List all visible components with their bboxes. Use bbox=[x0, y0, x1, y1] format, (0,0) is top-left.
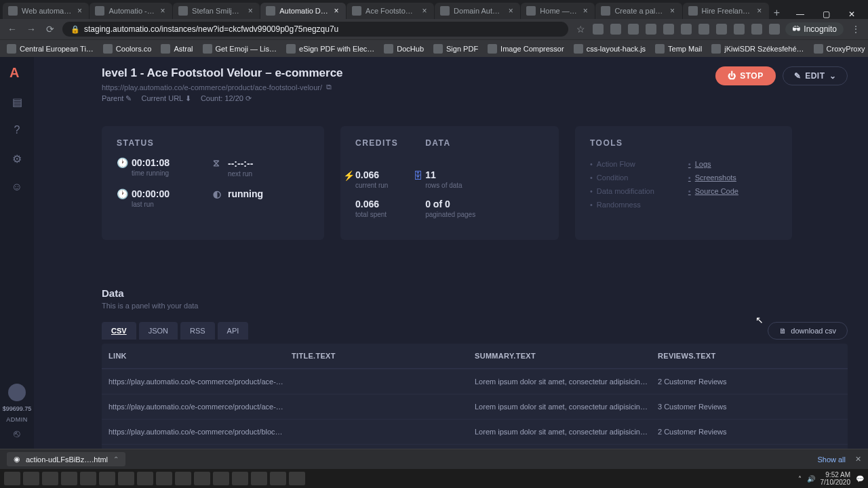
tray-chevron-icon[interactable]: ˄ bbox=[798, 475, 802, 483]
bookmark-item[interactable]: Central European Ti… bbox=[7, 44, 94, 54]
team-icon[interactable]: ☺ bbox=[10, 180, 24, 194]
forward-icon[interactable]: → bbox=[24, 24, 38, 35]
taskbar-app-icon[interactable] bbox=[137, 472, 153, 485]
table-row[interactable]: https://play.automatio.co/e-commerce/pro… bbox=[102, 369, 848, 394]
instance-url[interactable]: https://play.automatio.co/e-commerce/pro… bbox=[102, 83, 343, 92]
chevron-up-icon[interactable]: ⌃ bbox=[113, 455, 119, 463]
back-icon[interactable]: ← bbox=[5, 24, 19, 35]
app-logo-icon[interactable]: A bbox=[9, 65, 24, 80]
logs-link[interactable]: Logs bbox=[688, 157, 738, 171]
bookmark-item[interactable]: eSign PDF with Elec… bbox=[286, 44, 374, 54]
notifications-icon[interactable]: 💬 bbox=[856, 475, 864, 483]
table-row[interactable]: https://play.automatio.co/e-commerce/pro… bbox=[102, 444, 848, 449]
tab-api[interactable]: API bbox=[218, 322, 249, 340]
extension-icon[interactable] bbox=[646, 24, 656, 35]
parent-link[interactable]: Parent ✎ bbox=[102, 94, 132, 103]
close-shelf-icon[interactable]: ✕ bbox=[855, 455, 861, 464]
col-title[interactable]: TITLE.TEXT bbox=[292, 352, 475, 360]
current-url-link[interactable]: Current URL ⬇ bbox=[141, 94, 191, 103]
taskbar-app-icon[interactable] bbox=[194, 472, 210, 485]
bookmark-item[interactable]: Coolors.co bbox=[103, 44, 152, 54]
taskbar-app-icon[interactable] bbox=[118, 472, 134, 485]
extension-icon[interactable] bbox=[716, 24, 727, 35]
close-icon[interactable]: × bbox=[755, 7, 764, 15]
bookmark-item[interactable]: CroxyProxy bbox=[814, 44, 865, 54]
taskbar-app-icon[interactable] bbox=[213, 472, 229, 485]
source-code-link[interactable]: Source Code bbox=[688, 184, 738, 198]
bookmark-item[interactable]: css-layout-hack.js bbox=[574, 44, 646, 54]
stop-button[interactable]: ⏻ STOP bbox=[715, 66, 776, 85]
col-summary[interactable]: SUMMARY.TEXT bbox=[475, 352, 658, 360]
taskbar-app-icon[interactable] bbox=[289, 472, 305, 485]
table-row[interactable]: https://play.automatio.co/e-commerce/pro… bbox=[102, 419, 848, 444]
bookmark-item[interactable]: Astral bbox=[161, 44, 193, 54]
reload-icon[interactable]: ⟳ bbox=[43, 24, 57, 35]
taskbar-app-icon[interactable] bbox=[42, 472, 58, 485]
bookmark-item[interactable]: Sign PDF bbox=[433, 44, 478, 54]
extension-icon[interactable] bbox=[628, 24, 639, 35]
browser-tab[interactable]: Ace Footstool Velour –× bbox=[347, 3, 434, 19]
col-reviews[interactable]: REVIEWS.TEXT bbox=[658, 352, 793, 360]
download-item[interactable]: ◉ action-udLFsBiBz….html ⌃ bbox=[7, 452, 125, 466]
maximize-icon[interactable]: ▢ bbox=[818, 9, 834, 19]
avatar[interactable] bbox=[8, 384, 26, 401]
close-icon[interactable]: × bbox=[420, 7, 429, 15]
bookmark-item[interactable]: Temp Mail bbox=[655, 44, 702, 54]
dashboard-icon[interactable]: ▤ bbox=[10, 95, 24, 108]
taskview-icon[interactable] bbox=[23, 472, 39, 485]
show-all-downloads[interactable]: Show all bbox=[817, 455, 846, 464]
taskbar-app-icon[interactable] bbox=[99, 472, 115, 485]
help-icon[interactable]: ? bbox=[10, 123, 24, 137]
close-window-icon[interactable]: ✕ bbox=[844, 9, 860, 19]
logout-icon[interactable]: ⎋ bbox=[10, 427, 24, 441]
extension-icon[interactable] bbox=[751, 24, 762, 35]
settings-icon[interactable]: ⚙ bbox=[10, 152, 24, 165]
incognito-badge[interactable]: 🕶 Incognito bbox=[785, 22, 844, 36]
close-icon[interactable]: × bbox=[159, 7, 167, 15]
taskbar-app-icon[interactable] bbox=[251, 472, 267, 485]
tab-rss[interactable]: RSS bbox=[180, 322, 215, 340]
extension-icon[interactable] bbox=[663, 24, 674, 35]
extension-icon[interactable] bbox=[698, 24, 709, 35]
browser-tab[interactable]: Hire Freelancers for w× bbox=[683, 3, 769, 19]
extensions-menu-icon[interactable] bbox=[769, 24, 780, 35]
browser-tab[interactable]: Create a palette - Coo× bbox=[595, 3, 682, 19]
close-icon[interactable]: × bbox=[581, 7, 589, 15]
bookmark-item[interactable]: Image Compressor bbox=[488, 44, 564, 54]
star-icon[interactable]: ☆ bbox=[574, 24, 587, 35]
extension-icon[interactable] bbox=[610, 24, 621, 35]
browser-tab[interactable]: Web automation witho× bbox=[3, 3, 89, 19]
tab-csv[interactable]: CSV bbox=[102, 322, 136, 340]
tab-json[interactable]: JSON bbox=[139, 322, 178, 340]
close-icon[interactable]: × bbox=[75, 7, 83, 15]
browser-tab[interactable]: Stefan Smiljkovic (@ki× bbox=[173, 3, 260, 19]
browser-tab-active[interactable]: Automatio Dashboard× bbox=[260, 3, 346, 19]
col-link[interactable]: LINK bbox=[108, 352, 292, 360]
extension-icon[interactable] bbox=[593, 24, 604, 35]
bookmark-item[interactable]: jKiwiSDR Székesfehé… bbox=[711, 44, 804, 54]
close-icon[interactable]: × bbox=[669, 7, 677, 15]
close-icon[interactable]: × bbox=[332, 7, 340, 15]
close-icon[interactable]: × bbox=[507, 7, 515, 15]
clock[interactable]: 9:52 AM 7/10/2020 bbox=[821, 471, 851, 486]
bookmark-item[interactable]: DocHub bbox=[384, 44, 424, 54]
bookmark-item[interactable]: Get Emoji — Lis… bbox=[203, 44, 277, 54]
taskbar-app-icon[interactable] bbox=[270, 472, 286, 485]
browser-tab[interactable]: Domain Authority Che× bbox=[435, 3, 520, 19]
new-tab-button[interactable]: + bbox=[770, 7, 784, 19]
screenshots-link[interactable]: Screenshots bbox=[688, 171, 738, 184]
taskbar-app-icon[interactable] bbox=[80, 472, 96, 485]
extension-icon[interactable] bbox=[734, 24, 745, 35]
minimize-icon[interactable]: — bbox=[792, 9, 808, 19]
table-row[interactable]: https://play.automatio.co/e-commerce/pro… bbox=[102, 394, 848, 419]
edit-button[interactable]: ✎ EDIT ⌄ bbox=[783, 66, 848, 85]
close-icon[interactable]: × bbox=[246, 7, 254, 15]
browser-tab[interactable]: Home — Conduit× bbox=[521, 3, 595, 19]
taskbar-app-icon[interactable] bbox=[156, 472, 172, 485]
extension-icon[interactable] bbox=[681, 24, 692, 35]
volume-icon[interactable]: 🔊 bbox=[807, 475, 815, 483]
start-icon[interactable] bbox=[4, 472, 20, 485]
taskbar-app-icon[interactable] bbox=[175, 472, 191, 485]
menu-icon[interactable]: ⋮ bbox=[849, 24, 863, 35]
url-input[interactable]: 🔒 staging.automatio.co/instances/new?id=… bbox=[62, 22, 568, 37]
